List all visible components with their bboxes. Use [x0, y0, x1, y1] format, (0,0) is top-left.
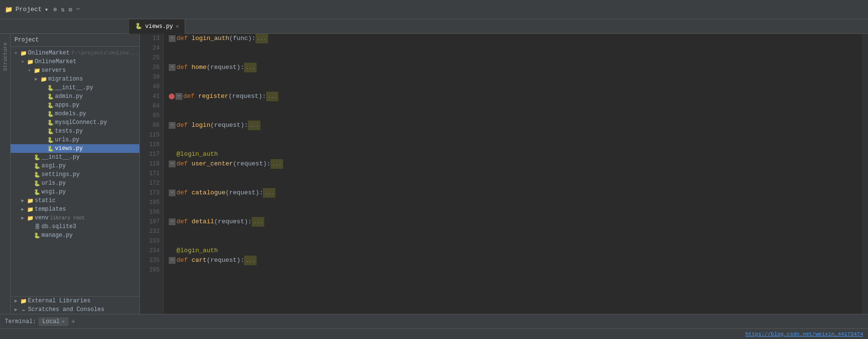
add-terminal-button[interactable]: + — [71, 318, 75, 325]
py-icon: 🐍 — [33, 189, 41, 195]
collapsed-indicator[interactable]: ... — [244, 63, 257, 72]
sync-icon[interactable]: ⇅ — [61, 6, 65, 14]
tree-item-tests-py[interactable]: 🐍 tests.py — [11, 127, 139, 136]
tree-item-init-py-root[interactable]: 🐍 __init__.py — [11, 153, 139, 162]
py-icon: 🐍 — [46, 85, 55, 91]
tree-item-views-py[interactable]: 🐍 views.py — [11, 144, 139, 153]
code-text: (request): — [206, 63, 244, 72]
tree-item-mysqlconnect-py[interactable]: 🐍 mysqlConnect.py — [11, 118, 139, 127]
tree-item-servers[interactable]: ▾ 📁 servers — [11, 66, 139, 75]
folder-icon: 📁 — [26, 59, 35, 65]
py-icon: 🐍 — [33, 163, 41, 169]
tab-views-py[interactable]: 🐍 views.py ✕ — [129, 19, 185, 34]
structure-tab[interactable]: Structure — [1, 39, 10, 75]
tree-item-asgi-py[interactable]: 🐍 asgi.py — [11, 162, 139, 170]
terminal-tab-local[interactable]: Local ✕ — [39, 317, 69, 326]
func-name: user_center — [191, 159, 233, 169]
project-label: Project — [15, 6, 42, 13]
py-icon: 🐍 — [46, 146, 55, 152]
tree-item-static[interactable]: ▶ 📁 static — [11, 196, 139, 205]
keyword-def: def — [176, 256, 191, 265]
tree-item-wsgi-py[interactable]: 🐍 wsgi.py — [11, 188, 139, 196]
tree-label: manage.py — [41, 232, 73, 239]
collapsed-indicator[interactable]: ... — [244, 256, 257, 265]
collapsed-indicator[interactable]: ... — [263, 188, 275, 198]
tree-item-manage-py[interactable]: 🐍 manage.py — [11, 231, 139, 240]
db-icon: 🗄 — [33, 224, 41, 230]
folder-icon: 📁 — [40, 76, 48, 82]
tree-item-migrations[interactable]: ▶ 📁 migrations — [11, 75, 139, 83]
terminal-bar: Terminal: Local ✕ + — [0, 314, 868, 328]
fold-icon[interactable]: − — [169, 190, 176, 196]
fold-icon[interactable]: − — [169, 257, 176, 264]
tab-label: views.py — [145, 23, 173, 30]
code-line-24 — [169, 43, 862, 53]
tree-label: venv — [35, 215, 49, 221]
fold-icon[interactable]: − — [169, 64, 176, 71]
keyword-def: def — [176, 159, 191, 169]
arrow-icon: ▶ — [13, 298, 19, 304]
path-label: F:\projects\Online... — [71, 50, 138, 56]
code-line-172 — [169, 178, 862, 188]
code-line-233 — [169, 236, 862, 246]
code-text[interactable]: − def login_auth(func):... − def home(re… — [164, 34, 862, 314]
fold-icon[interactable]: − — [169, 122, 176, 129]
tree-item-settings-py[interactable]: 🐍 settings.py — [11, 170, 139, 179]
tab-file-icon: 🐍 — [135, 23, 142, 30]
tree-label: __init__.py — [55, 84, 93, 91]
left-tab-panel: Structure — [0, 34, 11, 314]
py-icon: 🐍 — [33, 172, 41, 178]
keyword-def: def — [176, 121, 191, 130]
folder-icon: 📁 — [26, 215, 35, 221]
collapsed-indicator[interactable]: ... — [266, 92, 279, 101]
tree-item-onlinemarket-inner[interactable]: ▾ 📁 OnlineMarket — [11, 57, 139, 66]
py-icon: 🐍 — [46, 102, 55, 108]
tree-item-urls-py-outer[interactable]: 🐍 urls.py — [11, 179, 139, 188]
py-icon: 🐍 — [46, 94, 55, 100]
folder-icon: 📁 — [19, 298, 28, 304]
tree-item-apps-py[interactable]: 🐍 apps.py — [11, 101, 139, 109]
code-line-26: − def home(request):... — [169, 63, 862, 72]
terminal-label: Terminal: Local ✕ + — [5, 317, 75, 326]
code-line-173: − def catalogue(request):... — [169, 188, 862, 198]
tree-item-scratches[interactable]: ▶ ✏ Scratches and Consoles — [11, 305, 139, 314]
status-url[interactable]: https://blog.csdn.net/weixin_44173474 — [746, 331, 863, 337]
tab-close-icon[interactable]: ✕ — [176, 23, 179, 29]
tree-item-venv[interactable]: ▶ 📁 venv library root — [11, 214, 139, 222]
keyword-def: def — [183, 92, 198, 101]
tree-item-templates[interactable]: ▶ 📁 templates — [11, 205, 139, 214]
code-text: (request): — [229, 92, 266, 101]
py-icon: 🐍 — [46, 120, 55, 126]
code-line-196 — [169, 207, 862, 217]
py-icon: 🐍 — [33, 180, 41, 187]
tree-item-db-sqlite3[interactable]: 🗄 db.sqlite3 — [11, 222, 139, 231]
code-editor: 13 24 25 26 39 40 41 84 85 86 115 116 11… — [140, 34, 868, 314]
project-folder-icon: 📁 — [5, 6, 13, 14]
arrow-icon: ▾ — [19, 59, 26, 65]
code-line-118: − def user_center(request):... — [169, 159, 862, 169]
arrow-icon: ▾ — [13, 50, 19, 56]
fold-icon[interactable]: − — [176, 93, 182, 100]
minimize-icon[interactable]: − — [76, 6, 80, 14]
settings-icon[interactable]: ⚙ — [68, 6, 72, 14]
project-selector[interactable]: 📁 Project ▾ — [5, 6, 48, 14]
fold-icon[interactable]: − — [169, 161, 176, 167]
terminal-close-icon[interactable]: ✕ — [62, 318, 65, 325]
collapsed-indicator[interactable]: ... — [271, 159, 283, 169]
terminal-tab-label: Local — [42, 318, 60, 325]
new-file-icon[interactable]: ⊕ — [53, 6, 57, 14]
tree-label: OnlineMarket — [28, 50, 69, 56]
tree-label: tests.py — [55, 128, 83, 135]
tree-label: models.py — [55, 110, 86, 117]
collapsed-indicator[interactable]: ... — [248, 121, 260, 130]
fold-icon[interactable]: − — [169, 35, 176, 42]
fold-icon[interactable]: − — [169, 218, 176, 225]
tree-item-admin-py[interactable]: 🐍 admin.py — [11, 92, 139, 101]
tree-item-urls-py-inner[interactable]: 🐍 urls.py — [11, 136, 139, 144]
tree-item-external-libraries[interactable]: ▶ 📁 External Libraries — [11, 297, 139, 305]
collapsed-indicator[interactable]: ... — [256, 34, 268, 43]
collapsed-indicator[interactable]: ... — [252, 217, 264, 227]
tree-item-init-py-servers[interactable]: 🐍 __init__.py — [11, 83, 139, 92]
tree-item-models-py[interactable]: 🐍 models.py — [11, 109, 139, 118]
tree-item-onlinemarket-root[interactable]: ▾ 📁 OnlineMarket F:\projects\Online... — [11, 49, 139, 57]
